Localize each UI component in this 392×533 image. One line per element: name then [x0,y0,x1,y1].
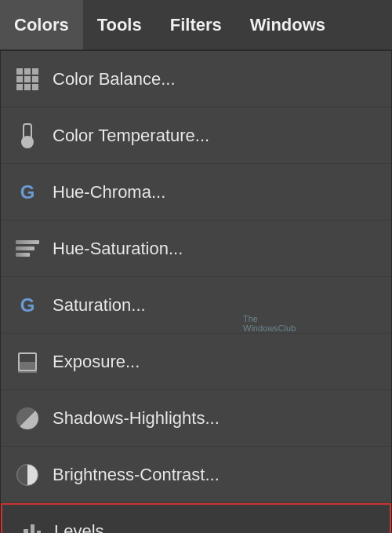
colors-label: Colors [14,15,69,35]
menu-item-exposure[interactable]: Exposure... [1,334,391,390]
saturation-label: Saturation... [53,295,146,316]
menu-bar: Colors Tools Filters Windows [0,0,392,50]
menu-item-color-temperature[interactable]: Color Temperature... [1,108,391,164]
shadows-highlights-label: Shadows-Highlights... [53,408,220,429]
menu-item-levels[interactable]: Levels... [1,503,391,533]
color-temperature-label: Color Temperature... [53,126,209,146]
brightness-contrast-label: Brightness-Contrast... [53,465,220,485]
exposure-icon [13,348,42,376]
menu-bar-item-tools[interactable]: Tools [83,0,156,49]
filters-label: Filters [170,15,222,35]
shadows-highlights-icon [13,404,42,433]
hue-saturation-icon [13,235,42,263]
windows-label: Windows [250,15,325,35]
color-balance-label: Color Balance... [53,69,176,89]
tools-label: Tools [97,15,142,35]
menu-item-shadows-highlights[interactable]: Shadows-Highlights... [1,390,391,447]
hue-chroma-icon: G [13,178,42,206]
hue-chroma-label: Hue-Chroma... [53,182,165,203]
hue-saturation-label: Hue-Saturation... [53,239,183,259]
color-temperature-icon [13,122,42,150]
exposure-label: Exposure... [53,352,140,372]
saturation-icon: G [13,291,42,319]
menu-item-brightness-contrast[interactable]: Brightness-Contrast... [1,447,391,503]
levels-label: Levels... [54,521,118,533]
menu-item-hue-chroma[interactable]: G Hue-Chroma... [1,164,391,221]
color-balance-icon [13,65,42,93]
brightness-contrast-icon [13,461,42,489]
menu-bar-item-filters[interactable]: Filters [156,0,236,49]
menu-item-saturation[interactable]: G Saturation... [1,277,391,334]
menu-bar-item-colors[interactable]: Colors [0,0,83,49]
menu-bar-item-windows[interactable]: Windows [236,0,339,49]
menu-item-hue-saturation[interactable]: Hue-Saturation... [1,221,391,277]
menu-item-color-balance[interactable]: Color Balance... [1,51,391,108]
levels-icon [15,517,43,533]
dropdown-menu: Color Balance... Color Temperature... G … [0,50,392,533]
